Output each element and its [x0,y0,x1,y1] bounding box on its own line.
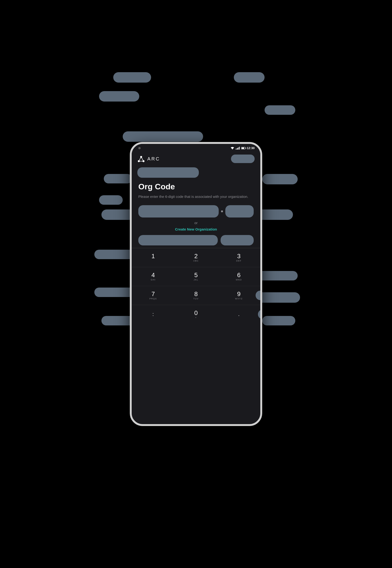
svg-point-0 [232,149,233,149]
annotation-pill [113,72,151,83]
key-9[interactable]: 9 WXYZ [218,286,260,305]
annotation-pill-inline-2 [258,310,262,319]
annotation-pill [123,131,203,142]
key-2[interactable]: 2 ABC [174,248,217,267]
key-0[interactable]: 0 + [174,305,217,324]
app-name: ARC [147,156,160,162]
annotation-pill [265,105,295,115]
annotation-pill [104,174,132,183]
status-time: 12:30 [247,146,255,150]
key-7[interactable]: 7 PRQS [132,286,174,305]
camera-dot [138,147,141,149]
page-subtitle: Please enter the 6-digit code that is as… [138,194,254,199]
code-input-field[interactable] [138,205,219,218]
code-input-row [138,205,254,218]
key-3[interactable]: 3 DEF [218,248,260,267]
bottom-pill-right [221,235,254,245]
logo-area: ARC [137,155,160,163]
bottom-pill-left [138,235,218,245]
or-divider: or [138,221,254,225]
wifi-icon [231,147,234,149]
key-6[interactable]: 6 MNO [218,267,260,286]
input-separator-dot [221,210,223,212]
key-1[interactable]: 1 [132,248,174,267]
key-4[interactable]: 4 GHI [132,267,174,286]
annotation-pill [262,316,295,325]
svg-line-4 [139,157,141,161]
key-dot[interactable]: . [218,305,260,324]
header-annotation-bar [137,167,199,178]
phone-shell: 12:30 ARC Org Code [130,142,262,426]
status-bar: 12:30 [132,144,260,151]
battery-fill [242,148,244,149]
numeric-keypad: 1 2 ABC 3 DEF 4 GHI 5 JKL 6 MNO [132,248,260,324]
status-left [137,147,141,149]
code-submit-button[interactable] [225,205,254,218]
annotation-pill [257,209,293,220]
annotation-pill [99,91,139,102]
svg-point-1 [140,156,142,158]
header-action-pill[interactable] [231,155,255,163]
key-5[interactable]: 5 JKL [174,267,217,286]
annotation-pill [262,174,298,184]
annotation-pill-inline [256,291,262,300]
page-title: Org Code [138,182,254,191]
annotation-pill [99,195,123,205]
svg-line-5 [141,157,143,161]
bottom-annotation-row [138,235,254,248]
phone-wrapper: 12:30 ARC Org Code [94,53,298,515]
arc-logo-icon [137,155,145,163]
key-colon[interactable]: : [132,305,174,324]
status-right: 12:30 [231,146,255,150]
app-header: ARC [132,151,260,165]
key-8[interactable]: 8 TUV [174,286,217,305]
signal-icon [236,147,240,149]
battery-icon [241,147,245,149]
create-org-link[interactable]: Create New Organization [138,227,254,231]
main-content: Org Code Please enter the 6-digit code t… [132,180,260,248]
annotation-pill [234,72,265,83]
